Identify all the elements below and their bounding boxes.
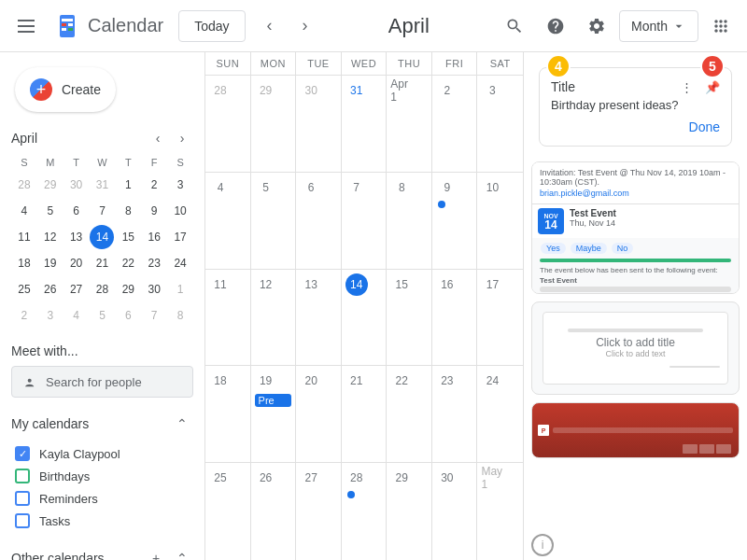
mini-cal-day[interactable]: 29 xyxy=(38,173,63,197)
mini-cal-day[interactable]: 23 xyxy=(142,251,166,275)
cal-cell[interactable]: 13 xyxy=(296,270,342,366)
more-options-icon[interactable]: ⋮ xyxy=(675,76,698,98)
calendar-item-birthdays[interactable]: Birthdays xyxy=(11,465,193,487)
cal-cell[interactable]: Apr 1 xyxy=(387,76,432,172)
month-selector[interactable]: Month xyxy=(619,10,698,42)
calendar-event[interactable]: Pre xyxy=(255,394,292,407)
cal-cell[interactable]: 26 xyxy=(251,463,297,560)
search-button[interactable] xyxy=(496,7,533,45)
cal-cell[interactable]: 3 xyxy=(477,76,523,172)
mini-cal-day[interactable]: 8 xyxy=(168,303,192,328)
mini-cal-day[interactable]: 30 xyxy=(64,173,89,197)
cal-cell[interactable]: 10 xyxy=(477,173,523,269)
create-button[interactable]: + Create xyxy=(15,67,116,112)
cal-cell[interactable]: 21 xyxy=(342,366,388,462)
mini-cal-day-today[interactable]: 14 xyxy=(90,225,114,249)
help-button[interactable] xyxy=(537,7,574,45)
calendar-item-reminders[interactable]: Reminders xyxy=(11,487,193,510)
apps-button[interactable] xyxy=(702,7,740,45)
mini-cal-day[interactable]: 21 xyxy=(90,251,114,275)
mini-cal-day[interactable]: 10 xyxy=(168,199,192,223)
prev-month-button[interactable]: ‹ xyxy=(253,9,287,43)
menu-icon[interactable] xyxy=(7,7,45,45)
cal-cell[interactable]: 14 xyxy=(342,270,388,366)
cal-cell[interactable]: 31 xyxy=(342,76,388,172)
cal-cell[interactable]: May 1 xyxy=(477,463,523,560)
cal-cell[interactable]: 5 xyxy=(251,173,297,269)
ppt-preview-card[interactable]: P xyxy=(531,402,740,458)
mini-cal-day[interactable]: 28 xyxy=(90,277,114,301)
cal-cell[interactable]: 7 xyxy=(342,173,388,269)
mini-cal-day[interactable]: 13 xyxy=(64,225,89,249)
next-month-button[interactable]: › xyxy=(289,9,322,43)
pin-icon[interactable]: 📌 xyxy=(701,76,724,98)
cal-cell[interactable]: 6 xyxy=(296,173,342,269)
mini-cal-day[interactable]: 6 xyxy=(64,199,89,223)
cal-cell[interactable]: 19 Pre xyxy=(251,366,297,462)
cal-cell[interactable]: 27 xyxy=(296,463,342,560)
mini-cal-prev[interactable]: ‹ xyxy=(147,127,169,149)
slide-preview-card[interactable]: Click to add title Click to add text xyxy=(531,301,740,395)
settings-button[interactable] xyxy=(578,7,615,45)
mini-cal-next[interactable]: › xyxy=(171,127,193,149)
other-calendars-toggle[interactable]: ⌃ xyxy=(171,547,193,560)
cal-cell[interactable]: 30 xyxy=(432,463,478,560)
mini-cal-day[interactable]: 6 xyxy=(116,303,140,328)
mini-cal-day[interactable]: 2 xyxy=(142,173,166,197)
mini-cal-day[interactable]: 4 xyxy=(12,199,36,223)
cal-cell[interactable]: 4 xyxy=(205,173,251,269)
mini-cal-day[interactable]: 22 xyxy=(116,251,140,275)
cal-cell[interactable]: 22 xyxy=(387,366,432,462)
mini-cal-day[interactable]: 29 xyxy=(116,277,140,301)
today-button[interactable]: Today xyxy=(178,10,245,42)
info-icon[interactable]: i xyxy=(531,534,554,556)
mini-cal-day[interactable]: 5 xyxy=(90,303,114,328)
mini-cal-day[interactable]: 2 xyxy=(12,303,36,328)
mini-cal-day[interactable]: 7 xyxy=(90,199,114,223)
cal-cell[interactable]: 12 xyxy=(251,270,297,366)
mini-cal-day[interactable]: 1 xyxy=(116,173,140,197)
mini-cal-day[interactable]: 28 xyxy=(12,173,36,197)
mini-cal-day[interactable]: 24 xyxy=(168,251,192,275)
mini-cal-day[interactable]: 3 xyxy=(168,173,192,197)
mini-cal-day[interactable]: 17 xyxy=(168,225,192,249)
cal-cell[interactable]: 30 xyxy=(296,76,342,172)
search-people-input[interactable]: Search for people xyxy=(11,366,193,398)
cal-cell[interactable]: 9 xyxy=(432,173,478,269)
mini-cal-day[interactable]: 5 xyxy=(38,199,63,223)
cal-cell[interactable]: 25 xyxy=(205,463,251,560)
cal-cell[interactable]: 28 xyxy=(205,76,251,172)
mini-cal-day[interactable]: 16 xyxy=(142,225,166,249)
calendar-item-kayla[interactable]: ✓ Kayla Claypool xyxy=(11,442,193,465)
cal-cell[interactable]: 11 xyxy=(205,270,251,366)
cal-cell[interactable]: 28 xyxy=(342,463,388,560)
mini-cal-day[interactable]: 7 xyxy=(142,303,166,328)
other-calendars-add[interactable]: + xyxy=(145,547,167,560)
cal-cell[interactable]: 8 xyxy=(387,173,432,269)
mini-cal-day[interactable]: 20 xyxy=(64,251,89,275)
mini-cal-day[interactable]: 4 xyxy=(64,303,89,328)
cal-cell[interactable]: 29 xyxy=(251,76,297,172)
cal-cell[interactable]: 20 xyxy=(296,366,342,462)
email-preview-card[interactable]: Invitation: Test Event @ Thu Nov 14, 201… xyxy=(531,161,740,294)
mini-cal-day[interactable]: 12 xyxy=(38,225,63,249)
cal-cell[interactable]: 23 xyxy=(432,366,478,462)
mini-cal-day[interactable]: 31 xyxy=(90,173,114,197)
calendar-item-tasks[interactable]: Tasks xyxy=(11,510,193,532)
mini-cal-day[interactable]: 26 xyxy=(38,277,63,301)
mini-cal-day[interactable]: 11 xyxy=(12,225,36,249)
mini-cal-day[interactable]: 9 xyxy=(142,199,166,223)
mini-cal-day[interactable]: 18 xyxy=(12,251,36,275)
mini-cal-day[interactable]: 3 xyxy=(38,303,63,328)
mini-cal-day[interactable]: 15 xyxy=(116,225,140,249)
cal-cell[interactable]: 24 xyxy=(477,366,523,462)
cal-cell[interactable]: 15 xyxy=(387,270,432,366)
mini-cal-day[interactable]: 1 xyxy=(168,277,192,301)
mini-cal-day[interactable]: 25 xyxy=(12,277,36,301)
cal-cell[interactable]: 16 xyxy=(432,270,478,366)
my-calendars-toggle[interactable]: ⌃ xyxy=(171,413,193,435)
mini-cal-day[interactable]: 27 xyxy=(64,277,89,301)
mini-cal-day[interactable]: 8 xyxy=(116,199,140,223)
note-done-button[interactable]: Done xyxy=(551,119,720,134)
mini-cal-day[interactable]: 30 xyxy=(142,277,166,301)
